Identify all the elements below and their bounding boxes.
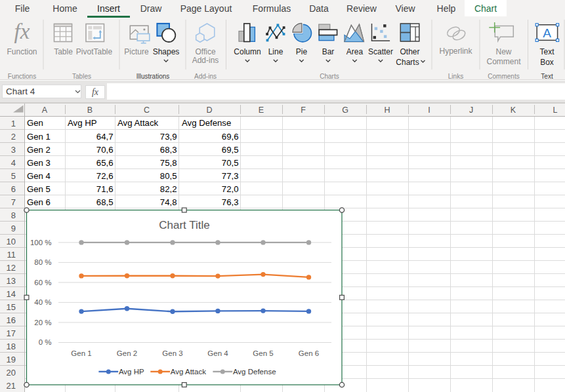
svg-text:Gen 3: Gen 3 (162, 349, 182, 357)
svg-text:Scatter: Scatter (368, 47, 393, 56)
svg-text:14: 14 (7, 289, 16, 299)
svg-text:1: 1 (11, 119, 16, 128)
svg-text:Column: Column (234, 47, 261, 56)
svg-text:Illustrations: Illustrations (136, 73, 170, 80)
svg-text:100 %: 100 % (30, 239, 52, 246)
svg-text:Pie: Pie (296, 47, 308, 56)
svg-text:Gen 6: Gen 6 (299, 349, 319, 357)
svg-text:17: 17 (7, 328, 16, 338)
svg-text:13: 13 (7, 276, 16, 286)
svg-text:Tables: Tables (72, 73, 91, 80)
svg-text:21: 21 (7, 381, 16, 391)
svg-text:Gen 3: Gen 3 (27, 158, 51, 168)
svg-text:A: A (543, 26, 551, 40)
svg-text:L: L (553, 106, 558, 115)
svg-text:Charts: Charts (320, 73, 339, 80)
svg-text:Function: Function (7, 47, 37, 56)
svg-text:Add-ins: Add-ins (192, 56, 219, 65)
svg-text:Avg Defense: Avg Defense (233, 368, 276, 376)
svg-text:69,6: 69,6 (222, 132, 239, 142)
svg-text:Picture: Picture (124, 47, 149, 56)
svg-text:Other: Other (400, 47, 419, 56)
svg-text:Avg HP: Avg HP (119, 368, 144, 376)
svg-text:J: J (469, 106, 473, 115)
svg-text:Avg Attack: Avg Attack (171, 368, 206, 376)
svg-text:Charts: Charts (396, 58, 419, 67)
svg-text:60 %: 60 % (34, 279, 51, 286)
svg-text:20 %: 20 % (34, 319, 51, 326)
svg-text:6: 6 (11, 184, 16, 194)
svg-text:Line: Line (268, 47, 283, 56)
svg-text:Gen 5: Gen 5 (27, 184, 51, 194)
svg-text:H: H (384, 106, 390, 115)
svg-text:69,5: 69,5 (222, 145, 239, 155)
svg-text:2: 2 (11, 132, 16, 142)
svg-text:Box: Box (540, 58, 554, 67)
svg-text:70,5: 70,5 (222, 158, 239, 168)
svg-text:71,6: 71,6 (96, 184, 114, 194)
svg-text:11: 11 (7, 250, 16, 260)
svg-text:Gen 1: Gen 1 (27, 132, 51, 142)
svg-text:Comments: Comments (488, 73, 519, 80)
svg-text:Avg HP: Avg HP (68, 118, 97, 128)
svg-text:D: D (206, 106, 212, 115)
svg-text:Hyperlink: Hyperlink (439, 47, 472, 56)
svg-text:16: 16 (7, 315, 16, 325)
svg-text:68,3: 68,3 (160, 145, 177, 155)
svg-text:80 %: 80 % (34, 258, 51, 266)
svg-text:E: E (259, 106, 264, 115)
svg-text:Shapes: Shapes (153, 47, 180, 56)
svg-text:Add-ins: Add-ins (194, 73, 217, 80)
svg-text:0 %: 0 % (39, 338, 52, 346)
svg-text:Bar: Bar (322, 47, 335, 56)
svg-text:73,9: 73,9 (160, 132, 177, 142)
svg-text:77,3: 77,3 (222, 171, 239, 181)
svg-text:12: 12 (7, 263, 16, 273)
svg-text:72,0: 72,0 (222, 184, 239, 194)
svg-text:75,8: 75,8 (160, 158, 177, 168)
svg-text:C: C (144, 106, 150, 115)
svg-text:Gen 2: Gen 2 (27, 145, 51, 155)
svg-text:Chart Title: Chart Title (159, 219, 209, 231)
svg-text:I: I (428, 106, 430, 115)
svg-text:7: 7 (11, 197, 16, 207)
svg-text:Area: Area (346, 47, 364, 56)
svg-text:8: 8 (11, 210, 16, 220)
svg-text:80,5: 80,5 (160, 171, 177, 181)
svg-text:65,6: 65,6 (96, 158, 114, 168)
svg-text:A: A (42, 106, 48, 115)
svg-text:4: 4 (11, 158, 16, 168)
svg-text:70,6: 70,6 (96, 145, 114, 155)
svg-text:Gen 1: Gen 1 (71, 349, 91, 357)
svg-text:Avg Defense: Avg Defense (182, 118, 231, 128)
svg-text:Comment: Comment (486, 57, 521, 66)
svg-text:15: 15 (7, 302, 16, 312)
svg-text:5: 5 (11, 171, 16, 181)
svg-text:Avg Attack: Avg Attack (117, 118, 158, 128)
svg-text:Gen 4: Gen 4 (207, 349, 228, 357)
svg-text:Gen 5: Gen 5 (253, 349, 273, 357)
svg-text:19: 19 (7, 355, 16, 364)
svg-text:F: F (301, 106, 306, 115)
svg-text:G: G (342, 106, 348, 115)
svg-text:Table: Table (54, 47, 73, 56)
svg-text:Gen 2: Gen 2 (117, 349, 137, 357)
svg-text:18: 18 (7, 342, 16, 351)
svg-text:40 %: 40 % (34, 298, 51, 306)
svg-text:B: B (87, 106, 93, 115)
svg-text:Text: Text (541, 73, 553, 80)
svg-text:82,2: 82,2 (160, 184, 177, 194)
svg-text:PivotTable: PivotTable (76, 47, 113, 56)
svg-text:K: K (511, 106, 516, 115)
svg-text:Gen: Gen (27, 118, 43, 128)
svg-text:64,7: 64,7 (96, 132, 114, 142)
svg-text:fx: fx (14, 20, 30, 43)
svg-text:Text: Text (539, 47, 555, 56)
svg-text:9: 9 (11, 224, 16, 233)
svg-text:72,6: 72,6 (96, 171, 114, 181)
svg-text:Gen 4: Gen 4 (27, 171, 51, 181)
svg-text:3: 3 (11, 145, 16, 155)
svg-text:20: 20 (7, 368, 16, 378)
svg-text:Office: Office (195, 47, 215, 56)
svg-text:10: 10 (7, 237, 16, 246)
